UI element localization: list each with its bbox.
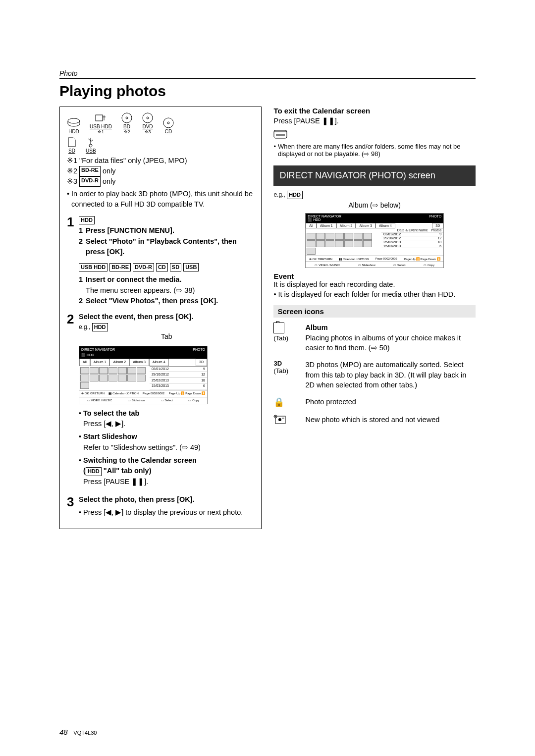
- hdd-icon: [67, 117, 81, 129]
- media-usbhdd: USB HDD ※1: [90, 112, 112, 134]
- hdd-badge: HDD: [79, 216, 95, 224]
- svg-point-8: [89, 144, 92, 147]
- section-header: Photo: [59, 69, 476, 79]
- step-3: 3 Select the photo, then press [OK]. •Pr…: [67, 494, 254, 520]
- sd-icon: [67, 136, 77, 148]
- page-footer: 48 VQT4L30: [59, 728, 97, 736]
- screen-icons-heading: Screen icons: [273, 305, 476, 318]
- direct-navigator-figure-2: DIRECT NAVIGATOR⬛ HDDPHOTO AllAlbum 1Alb…: [305, 213, 444, 268]
- album-tab-icon: [273, 323, 284, 333]
- right-column: To exit the Calendar screen Press [PAUSE…: [273, 107, 476, 529]
- svg-point-6: [163, 118, 173, 128]
- svg-point-3: [126, 117, 128, 119]
- media-usb: USB: [86, 136, 96, 154]
- album-callout: Album (⇨ below): [273, 201, 476, 209]
- usbhdd-icon: [94, 112, 108, 124]
- svg-point-4: [143, 113, 153, 123]
- bd-icon: [121, 112, 133, 124]
- svg-point-11: [278, 418, 281, 421]
- svg-rect-1: [96, 115, 103, 121]
- icon-table: (Tab) AlbumPlacing photos in albums of y…: [273, 323, 476, 426]
- cd-icon: [162, 117, 174, 129]
- svg-point-7: [167, 122, 169, 124]
- direct-navigator-figure: DIRECT NAVIGATOR⬛ HDDPHOTO AllAlbum 1Alb…: [79, 346, 208, 404]
- footnotes: ※1 "For data files" only (JPEG, MPO) ※2 …: [67, 156, 254, 210]
- exit-heading: To exit the Calendar screen: [273, 107, 476, 115]
- media-sd: SD: [67, 136, 77, 154]
- navigator-heading: DIRECT NAVIGATOR (PHOTO) screen: [273, 165, 476, 186]
- left-column: HDD USB HDD ※1 BD ※2: [59, 107, 262, 529]
- lock-icon: 🔒: [273, 397, 284, 407]
- step-2: 2 Select the event, then press [OK]. e.g…: [67, 312, 254, 489]
- dvd-icon: [142, 112, 154, 124]
- media-badges: USB HDD BD-RE DVD-R CD SD USB: [79, 262, 254, 272]
- media-hdd: HDD: [67, 117, 81, 134]
- media-row: HDD USB HDD ※1 BD ※2: [67, 112, 254, 134]
- media-row-2: SD USB: [67, 136, 254, 154]
- media-bd: BD ※2: [121, 112, 133, 134]
- usb-icon: [86, 136, 96, 148]
- tab-callout: Tab: [79, 331, 254, 342]
- page-title: Playing photos: [59, 83, 476, 100]
- media-dvd: DVD ※3: [142, 112, 154, 134]
- icon-row-protected: 🔒 Photo protected: [273, 397, 476, 408]
- media-cd: CD: [162, 117, 174, 134]
- event-heading: Event: [273, 272, 476, 280]
- info-icon: [273, 130, 476, 141]
- icon-row-album: (Tab) AlbumPlacing photos in albums of y…: [273, 323, 476, 353]
- svg-point-2: [122, 113, 132, 123]
- svg-point-5: [147, 117, 149, 119]
- new-photo-icon: [273, 419, 286, 426]
- exit-text: Press [PAUSE ❚❚].: [273, 117, 476, 125]
- icon-row-new: New photo which is stored and not viewed: [273, 415, 476, 426]
- step-1: 1 HDD 1Press [FUNCTION MENU]. 2Select "P…: [67, 215, 254, 307]
- svg-point-0: [68, 118, 80, 123]
- icon-row-3d: 3D(Tab) 3D photos (MPO) are automaticall…: [273, 360, 476, 390]
